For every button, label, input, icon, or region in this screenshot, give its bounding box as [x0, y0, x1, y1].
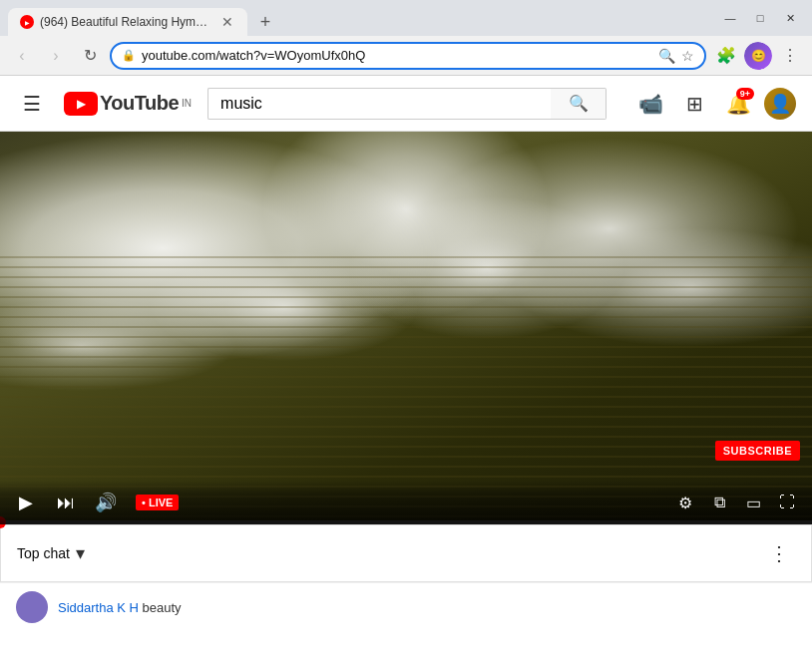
search-nav-icon: 🔍	[658, 48, 675, 64]
back-button[interactable]: ‹	[8, 42, 36, 70]
mute-button[interactable]: 🔊	[92, 489, 120, 516]
video-frame	[0, 132, 812, 520]
youtube-search-input[interactable]	[207, 88, 551, 120]
live-badge: • LIVE	[136, 495, 179, 510]
chat-username[interactable]: Siddartha K H	[58, 600, 139, 615]
user-avatar[interactable]: 👤	[764, 88, 796, 120]
youtube-search-button[interactable]: 🔍	[551, 88, 607, 120]
close-button[interactable]: ✕	[776, 4, 804, 32]
maximize-button[interactable]: □	[746, 4, 774, 32]
miniplayer-button[interactable]: ⧉	[706, 490, 732, 515]
settings-button[interactable]: ⚙	[672, 490, 698, 515]
nav-right-controls: 🧩 😊 ⋮	[712, 42, 804, 70]
youtube-logo-icon	[64, 92, 98, 116]
chat-message-body: beauty	[143, 600, 182, 615]
notification-badge: 9+	[736, 88, 754, 100]
forward-button[interactable]: ›	[42, 42, 70, 70]
play-button[interactable]: ▶	[12, 489, 40, 516]
youtube-logo[interactable]: YouTubeIN	[64, 92, 192, 116]
youtube-header-right: 📹 ⊞ 🔔 9+ 👤	[632, 86, 796, 122]
tab-favicon	[20, 15, 34, 29]
youtube-country-badge: IN	[182, 98, 192, 109]
profile-avatar[interactable]: 😊	[744, 42, 772, 70]
tab-bar: (964) Beautiful Relaxing Hymns... ✕ +	[8, 0, 712, 36]
page-content: ☰ YouTubeIN 🔍 📹 ⊞ 🔔 9+ 👤	[0, 76, 812, 664]
hamburger-menu[interactable]: ☰	[16, 88, 48, 120]
url-text: youtube.com/watch?v=WOyomUfx0hQ	[142, 48, 652, 63]
extensions-button[interactable]: 🧩	[712, 42, 740, 70]
profile-avatar-image: 😊	[744, 42, 772, 70]
theater-button[interactable]: ▭	[740, 490, 766, 515]
chat-user-avatar	[16, 591, 48, 623]
chat-message-text: Siddartha K H beauty	[58, 600, 182, 615]
youtube-header: ☰ YouTubeIN 🔍 📹 ⊞ 🔔 9+ 👤	[0, 76, 812, 132]
address-bar[interactable]: 🔒 youtube.com/watch?v=WOyomUfx0hQ 🔍 ☆	[110, 42, 706, 70]
youtube-logo-text: YouTube	[100, 92, 179, 115]
create-video-button[interactable]: 📹	[632, 86, 668, 122]
notifications-button[interactable]: 🔔 9+	[720, 86, 756, 122]
next-button[interactable]: ⏭	[52, 489, 80, 516]
new-tab-button[interactable]: +	[251, 8, 279, 36]
tab-title: (964) Beautiful Relaxing Hymns...	[40, 15, 213, 29]
bookmark-icon[interactable]: ☆	[681, 48, 694, 64]
apps-button[interactable]: ⊞	[676, 86, 712, 122]
title-bar: (964) Beautiful Relaxing Hymns... ✕ + — …	[0, 0, 812, 36]
subscribe-overlay-button[interactable]: SUBSCRIBE	[715, 441, 800, 461]
chat-more-button[interactable]: ⋮	[763, 537, 795, 569]
chat-title-area: Top chat ▾	[17, 542, 85, 564]
menu-button[interactable]: ⋮	[776, 42, 804, 70]
lock-icon: 🔒	[122, 49, 136, 62]
window-controls: — □ ✕	[716, 4, 804, 32]
video-controls: ▶ ⏭ 🔊 • LIVE ⚙ ⧉ ▭ ⛶	[0, 481, 812, 524]
youtube-search: 🔍	[207, 88, 607, 120]
minimize-button[interactable]: —	[716, 4, 744, 32]
nav-bar: ‹ › ↻ 🔒 youtube.com/watch?v=WOyomUfx0hQ …	[0, 36, 812, 76]
chat-section: Top chat ▾ ⋮	[0, 524, 812, 582]
chat-title: Top chat	[17, 545, 70, 561]
chat-message: Siddartha K H beauty	[0, 582, 812, 631]
refresh-button[interactable]: ↻	[76, 42, 104, 70]
controls-right: ⚙ ⧉ ▭ ⛶	[672, 490, 800, 515]
browser-tab[interactable]: (964) Beautiful Relaxing Hymns... ✕	[8, 8, 247, 36]
video-container: SUBSCRIBE ▶ ⏭ 🔊 • LIVE ⚙ ⧉ ▭ ⛶	[0, 132, 812, 524]
tab-close-button[interactable]: ✕	[219, 12, 235, 32]
fullscreen-button[interactable]: ⛶	[774, 490, 800, 515]
video-thumbnail[interactable]: SUBSCRIBE	[0, 132, 812, 520]
chat-dropdown-icon[interactable]: ▾	[76, 542, 85, 564]
